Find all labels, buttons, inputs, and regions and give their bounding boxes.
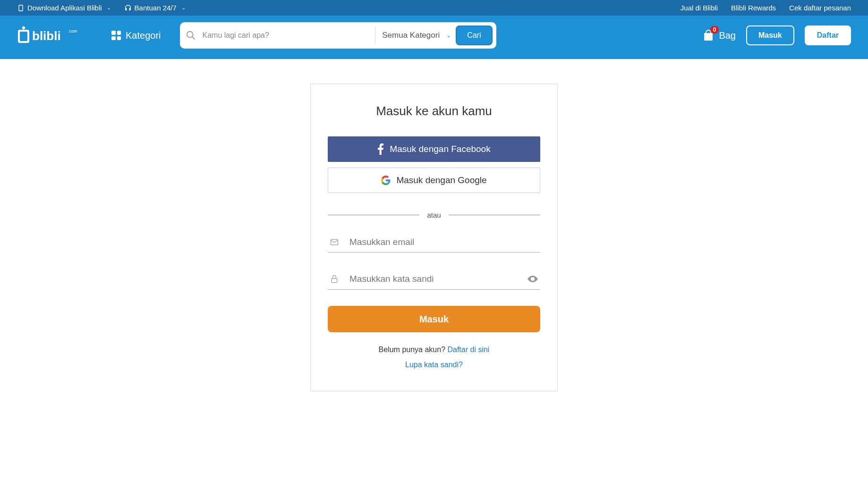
facebook-login-label: Masuk dengan Facebook [390,144,490,154]
divider [375,27,375,43]
top-utility-bar: Download Aplikasi Blibli ⌄ Bantuan 24/7 … [0,0,868,16]
svg-rect-1 [20,32,27,41]
svg-text:.com: .com [68,29,77,34]
category-menu[interactable]: Kategori [111,30,161,41]
chevron-down-icon: ⌄ [107,5,111,11]
svg-rect-6 [331,239,338,245]
eye-icon[interactable] [527,273,538,285]
login-button[interactable]: Masuk [746,25,794,45]
login-title: Masuk ke akun kamu [328,104,540,118]
login-card: Masuk ke akun kamu Masuk dengan Facebook… [310,84,558,391]
bag-link[interactable]: 0 Bag [703,30,736,41]
grid-icon [111,31,121,40]
bag-icon: 0 [703,30,714,41]
submit-login-button[interactable]: Masuk [328,306,540,332]
chevron-down-icon: ⌄ [181,5,186,11]
search-bar: Semua Kategori ⌄ Cari [180,22,496,49]
svg-rect-7 [332,278,337,282]
svg-line-5 [192,37,195,40]
svg-text:blibli: blibli [32,29,61,43]
bag-count-badge: 0 [710,26,719,34]
divider-row: atau [328,211,540,219]
search-button[interactable]: Cari [456,25,492,45]
mail-icon [330,237,339,247]
blibli-logo-icon: blibli .com [17,26,93,45]
logo[interactable]: blibli .com [17,26,93,45]
track-order-link[interactable]: Cek daftar pesanan [789,4,851,12]
facebook-login-button[interactable]: Masuk dengan Facebook [328,136,540,162]
lock-icon [330,274,339,284]
register-button[interactable]: Daftar [805,25,851,45]
phone-icon [17,4,25,12]
rewards-link[interactable]: Blibli Rewards [731,4,776,12]
sell-link[interactable]: Jual di Blibli [681,4,718,12]
category-label: Kategori [126,30,161,41]
download-app-link[interactable]: Download Aplikasi Blibli ⌄ [17,4,111,12]
email-field-row [328,232,540,253]
google-icon [381,176,391,185]
headphones-icon [124,4,132,12]
search-category-select[interactable]: Semua Kategori ⌄ [382,31,456,40]
svg-point-4 [187,32,193,38]
facebook-icon [377,143,384,155]
forgot-password-link[interactable]: Lupa kata sandi? [405,361,463,369]
bag-label: Bag [719,30,736,41]
email-input[interactable] [349,237,538,247]
google-login-button[interactable]: Masuk dengan Google [328,168,540,193]
help-link[interactable]: Bantuan 24/7 ⌄ [124,4,186,12]
register-prompt: Belum punya akun? Daftar di sini [328,346,540,354]
search-icon [186,30,196,41]
divider-label: atau [427,211,441,219]
download-app-label: Download Aplikasi Blibli [27,4,102,12]
register-here-link[interactable]: Daftar di sini [447,346,489,354]
password-input[interactable] [349,274,517,284]
main-nav: blibli .com Kategori Semua Kategori ⌄ Ca… [0,16,868,59]
page-content: Masuk ke akun kamu Masuk dengan Facebook… [0,59,868,410]
help-label: Bantuan 24/7 [135,4,177,12]
chevron-down-icon: ⌄ [446,32,451,39]
password-field-row [328,269,540,290]
google-login-label: Masuk dengan Google [396,175,486,185]
search-input[interactable] [203,31,369,40]
search-category-label: Semua Kategori [382,31,440,40]
